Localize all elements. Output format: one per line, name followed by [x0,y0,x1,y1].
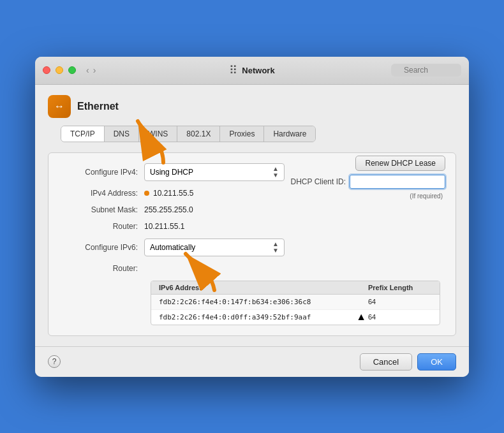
dhcp-hint: (If required) [410,193,443,200]
minimize-button[interactable] [56,66,63,74]
ipv6-prefix-1: 64 [368,313,432,321]
configure-ipv4-value: Using DHCP [150,168,193,177]
tab-8021x[interactable]: 802.1X [177,126,220,142]
close-button[interactable] [43,66,50,74]
search-box: 🔍 [275,64,469,77]
router-row: Router: 10.211.55.1 [61,222,443,231]
router-ipv6-row: Router: [61,264,443,273]
subnet-mask-value: 255.255.255.0 [144,205,193,214]
tab-bar: TCP/IP DNS WINS 802.1X Proxies Hardware [61,126,316,142]
tab-proxies[interactable]: Proxies [220,126,264,142]
nav-arrows: ‹ › [86,65,96,75]
network-window: ‹ › ⠿ Network 🔍 FISHMWO [35,57,469,377]
configure-ipv6-label: Configure IPv6: [61,243,144,252]
search-icon: 🔍 [395,66,404,75]
window-controls [43,66,76,74]
dhcp-client-id-input[interactable] [350,175,445,189]
back-arrow-icon[interactable]: ‹ [86,65,89,75]
ipv6-col-prefix-header: Prefix Length [368,284,432,291]
dhcp-client-id-label: DHCP Client ID: [291,177,346,186]
ipv6-row-1: fdb2:2c26:f4e4:0:d0ff:a349:52bf:9aaf 64 [151,310,440,325]
bottom-bar: ? Cancel OK [35,346,469,377]
ok-button[interactable]: OK [417,353,456,371]
ipv4-address-label: IPv4 Address: [61,189,144,198]
configure-ipv4-label: Configure IPv4: [61,168,144,177]
subnet-mask-row: Subnet Mask: 255.255.255.0 [61,205,443,214]
router-label: Router: [61,222,144,231]
configure-ipv6-row: Configure IPv6: Automatically ▲▼ [61,239,443,256]
ipv4-address-value: 10.211.55.5 [153,189,193,198]
ipv6-prefix-0: 64 [368,298,432,306]
router-ipv6-label: Router: [61,264,144,273]
configure-ipv4-select[interactable]: Using DHCP ▲▼ [144,163,285,181]
tab-wins[interactable]: WINS [139,126,177,142]
search-input[interactable] [391,64,461,77]
router-value: 10.211.55.1 [144,222,184,231]
app-icon-area: ⠿ Network [229,63,274,77]
forward-arrow-icon[interactable]: › [93,65,96,75]
form-area: Renew DHCP Lease DHCP Client ID: (If req… [48,152,456,336]
ipv6-table-header: IPv6 Address Prefix Length [151,281,440,295]
ipv6-row-0: fdb2:2c26:f4e4:0:147f:b634:e306:36c8 64 [151,295,440,310]
configure-ipv6-select[interactable]: Automatically ▲▼ [144,239,285,256]
ipv6-address-0: fdb2:2c26:f4e4:0:147f:b634:e306:36c8 [159,298,368,306]
tab-tcpip[interactable]: TCP/IP [61,126,105,142]
ethernet-label: Ethernet [77,101,119,112]
ipv6-table: IPv6 Address Prefix Length fdb2:2c26:f4e… [151,281,440,325]
select-arrows-icon: ▲▼ [272,166,279,179]
tab-hardware[interactable]: Hardware [264,126,315,142]
maximize-button[interactable] [68,66,76,74]
titlebar: ‹ › ⠿ Network 🔍 [35,57,469,85]
dhcp-client-id-row: DHCP Client ID: [291,175,445,189]
ethernet-header: ↔ Ethernet [48,95,456,118]
grid-icon: ⠿ [229,63,238,77]
ethernet-symbol: ↔ [54,101,64,112]
window-title: Network [242,66,274,75]
select-arrows-ipv6-icon: ▲▼ [272,241,279,254]
cancel-button[interactable]: Cancel [360,353,412,371]
action-buttons: Cancel OK [360,353,456,371]
ethernet-icon: ↔ [48,95,71,118]
content-area: FISHMWO ↔ Ethernet TCP/IP DNS WINS 802.1… [35,85,469,346]
ipv6-col-address-header: IPv6 Address [159,284,368,291]
help-button[interactable]: ? [48,355,61,368]
ipv4-status-dot [144,191,149,196]
tab-dns[interactable]: DNS [105,126,139,142]
subnet-mask-label: Subnet Mask: [61,205,144,214]
ipv6-address-1: fdb2:2c26:f4e4:0:d0ff:a349:52bf:9aaf [159,313,368,321]
renew-dhcp-button[interactable]: Renew DHCP Lease [355,156,445,171]
configure-ipv6-value: Automatically [150,243,195,252]
